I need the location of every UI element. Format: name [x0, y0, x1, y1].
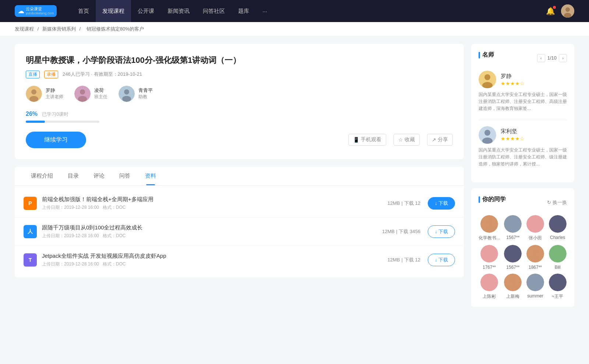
nav-item-新闻资讯[interactable]: 新闻资讯	[161, 0, 196, 22]
nav-item-···[interactable]: ···	[256, 0, 274, 22]
breadcrumb-link-1[interactable]: 发现课程	[15, 26, 34, 32]
classmate-name-3: Charles	[548, 235, 567, 240]
svg-point-44	[484, 285, 494, 290]
classmate-item-8[interactable]: 上陈彬	[479, 274, 500, 300]
teacher-avatar-1	[74, 86, 91, 102]
nav-item-首页[interactable]: 首页	[71, 0, 96, 22]
resource-title-1: 跟随千万级项目从0到100全过程高效成长	[42, 224, 382, 231]
continue-learning-button[interactable]: 继续学习	[26, 132, 86, 148]
classmate-avatar-7	[549, 245, 567, 263]
classmate-item-5[interactable]: 1567**	[504, 245, 522, 270]
tag-live: 直播	[26, 71, 40, 78]
teacher-name-1: 凌荷	[94, 87, 107, 94]
classmate-avatar-0	[480, 215, 498, 233]
nav-item-发现课程[interactable]: 发现课程	[96, 0, 131, 22]
next-page-button[interactable]: ›	[559, 54, 567, 62]
collect-label: 收藏	[405, 136, 415, 143]
tab-qa[interactable]: 问答	[112, 167, 138, 185]
classmate-avatar-10	[526, 274, 544, 291]
share-button[interactable]: ↗ 分享	[427, 134, 453, 146]
classmate-item-2[interactable]: 张小田	[526, 215, 545, 241]
teacher-avatar-0	[26, 86, 42, 102]
tab-intro[interactable]: 课程介绍	[24, 167, 60, 185]
classmate-avatar-9	[504, 274, 522, 291]
teacher-info-1: 凌荷 班主任	[94, 87, 107, 100]
resource-meta-1: 上传日期：2019-12-28 16:00 格式：DOC	[42, 233, 382, 239]
refresh-classmates-button[interactable]: ↻ 换一换	[547, 199, 567, 206]
classmate-name-7: Bill	[548, 265, 567, 270]
classmate-item-7[interactable]: Bill	[548, 245, 567, 270]
notification-bell[interactable]: 🔔	[546, 7, 555, 15]
resource-icon-2: T	[24, 253, 37, 267]
classmate-item-10[interactable]: summer	[526, 274, 545, 300]
resource-title-2: Jetpack全组件实战 开发短视频应用高仿皮皮虾App	[42, 253, 387, 260]
svg-point-46	[510, 278, 516, 283]
classmate-name-0: 化学教书...	[479, 235, 500, 241]
classmate-name-8: 上陈彬	[479, 293, 500, 300]
teacher-avatar-2	[119, 86, 135, 102]
download-button-2[interactable]: ↓ 下载	[428, 254, 455, 266]
classmate-avatar-5	[504, 245, 522, 263]
download-button-1[interactable]: ↓ 下载	[428, 225, 455, 238]
svg-point-38	[530, 256, 540, 262]
mobile-watch-button[interactable]: 📱 手机观看	[348, 134, 386, 146]
tab-comments[interactable]: 评论	[86, 167, 112, 185]
classmates-card: 你的同学 ↻ 换一换 化学教书...	[471, 188, 574, 307]
classmate-item-3[interactable]: Charles	[548, 215, 567, 241]
teachers-row: 罗静 主讲老师 凌荷 班主任	[26, 86, 453, 102]
sidebar-teacher-name-1: 宋利坚	[501, 128, 525, 135]
svg-point-52	[555, 278, 561, 283]
course-meta: 直播 录播 246人已学习 · 有效期至：2019-10-21	[26, 71, 453, 78]
star-icon: ☆	[398, 137, 403, 143]
svg-point-32	[484, 256, 494, 262]
classmate-item-4[interactable]: 1767**	[479, 245, 500, 270]
page-indicator: 1/10	[547, 55, 557, 61]
svg-point-7	[80, 89, 85, 94]
tab-resources[interactable]: 资料	[138, 167, 163, 185]
teachers-sidebar-card: 名师 ‹ 1/10 ›	[471, 44, 574, 182]
progress-bar-bg	[26, 121, 99, 123]
resource-item-1: 人 跟随千万级项目从0到100全过程高效成长 上传日期：2019-12-28 1…	[15, 218, 464, 246]
prev-page-button[interactable]: ‹	[537, 54, 545, 62]
user-avatar-nav[interactable]	[561, 4, 574, 18]
nav-item-题库[interactable]: 题库	[232, 0, 256, 22]
svg-point-49	[532, 278, 538, 283]
classmate-name-4: 1767**	[479, 265, 500, 270]
svg-point-16	[484, 130, 490, 136]
svg-point-29	[553, 226, 562, 232]
resource-item-0: P 前端全栈加强版！前端全栈+全周期+多端应用 上传日期：2019-12-28 …	[15, 189, 464, 218]
teacher-name-0: 罗静	[46, 87, 63, 94]
classmates-header: 你的同学 ↻ 换一换	[479, 196, 567, 209]
classmate-item-6[interactable]: 1867**	[526, 245, 545, 270]
nav-item-问答社区[interactable]: 问答社区	[196, 0, 232, 22]
resource-info-1: 跟随千万级项目从0到100全过程高效成长 上传日期：2019-12-28 16:…	[42, 224, 382, 239]
logo-line2: yunduoketang.com	[26, 11, 54, 15]
svg-point-4	[31, 89, 36, 94]
resource-meta-0: 上传日期：2019-12-28 16:00 格式：DOC	[42, 204, 387, 211]
svg-point-11	[122, 96, 131, 102]
course-card: 明星中教授课，小学阶段语法100分-强化级第1讲动词（一） 直播 录播 246人…	[15, 44, 464, 159]
teachers-pagination: ‹ 1/10 ›	[537, 54, 567, 62]
download-button-0[interactable]: ↓ 下载	[428, 197, 455, 210]
classmate-item-0[interactable]: 化学教书...	[479, 215, 500, 241]
tab-catalog[interactable]: 目录	[60, 167, 86, 185]
classmate-item-1[interactable]: 1567**	[504, 215, 522, 241]
logo[interactable]: ☁ 云朵课堂 yunduoketang.com	[15, 5, 57, 17]
tabs-header: 课程介绍 目录 评论 问答 资料	[15, 167, 464, 186]
teacher-item-2: 青青平 助教	[119, 86, 153, 102]
svg-point-34	[510, 249, 516, 255]
sidebar-teacher-stars-1: ★★★★☆	[501, 136, 525, 142]
action-row: 继续学习 📱 手机观看 ☆ 收藏 ↗ 分享	[26, 132, 453, 148]
classmate-avatar-3	[549, 215, 567, 233]
classmate-item-11[interactable]: ≈王平	[548, 274, 567, 300]
classmate-item-9[interactable]: 上新梅	[504, 274, 522, 300]
teacher-name-2: 青青平	[138, 87, 153, 94]
sidebar: 名师 ‹ 1/10 ›	[471, 44, 574, 313]
refresh-label: 换一换	[553, 199, 567, 206]
breadcrumb-link-2[interactable]: 新媒体营销系列	[42, 26, 76, 32]
teacher-info-0: 罗静 主讲老师	[46, 87, 63, 100]
collect-button[interactable]: ☆ 收藏	[394, 134, 420, 146]
classmate-name-1: 1567**	[504, 235, 522, 240]
nav-item-公开课[interactable]: 公开课	[131, 0, 161, 22]
classmate-avatar-1	[504, 215, 522, 233]
